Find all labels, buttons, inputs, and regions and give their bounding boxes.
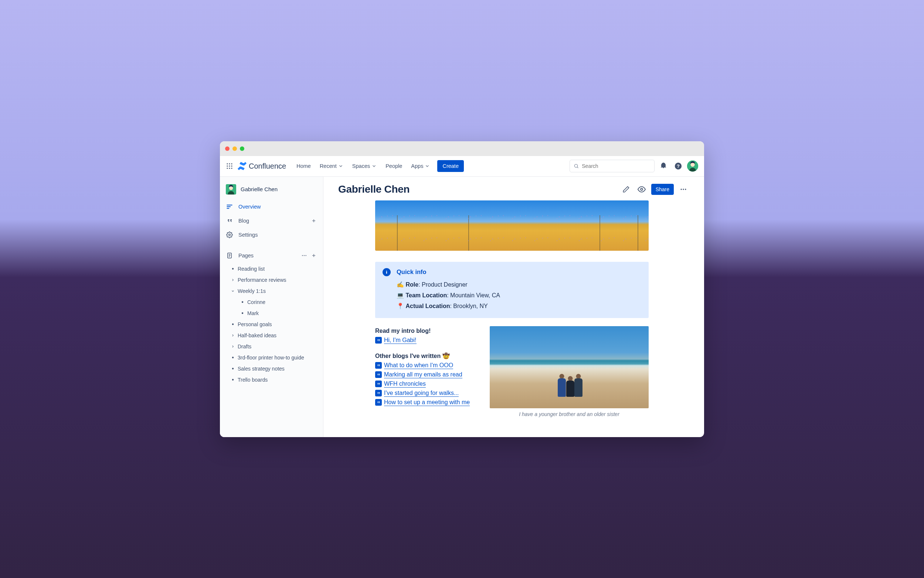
- svg-point-27: [302, 255, 303, 256]
- svg-line-10: [577, 167, 578, 168]
- blog-chip-icon: [375, 362, 382, 369]
- tree-item-weekly[interactable]: Weekly 1:1s: [220, 286, 323, 297]
- role-emoji: ✍️: [396, 281, 404, 288]
- space-avatar: [226, 184, 236, 195]
- svg-point-8: [231, 167, 232, 169]
- plus-icon: [311, 218, 316, 223]
- bell-icon: [659, 162, 667, 170]
- blog-chip-icon: [375, 337, 382, 344]
- nav-recent[interactable]: Recent: [316, 161, 347, 171]
- share-button[interactable]: Share: [651, 184, 674, 195]
- sidebar-settings-label: Settings: [238, 232, 257, 238]
- blog-link[interactable]: What to do when I'm OOO: [375, 361, 475, 370]
- tree-item-drafts[interactable]: Drafts: [220, 341, 323, 352]
- intro-blog-heading: Read my intro blog!: [375, 328, 475, 334]
- blog-chip-icon: [375, 380, 382, 387]
- watch-button[interactable]: [636, 183, 647, 195]
- window-minimize-button[interactable]: [233, 146, 237, 151]
- mac-titlebar: [220, 141, 704, 156]
- bullet-icon: •: [231, 321, 235, 327]
- space-header[interactable]: Gabrielle Chen: [220, 181, 323, 200]
- blog-link-intro[interactable]: Hi, I'm Gabi!: [375, 336, 475, 345]
- blog-link[interactable]: How to set up a meeting with me: [375, 398, 475, 407]
- eye-icon: [638, 185, 646, 193]
- sidebar-settings[interactable]: Settings: [220, 228, 323, 242]
- avatar-icon: [226, 184, 236, 195]
- gear-icon: [226, 231, 233, 239]
- nav-home[interactable]: Home: [293, 161, 314, 171]
- tree-item-reading-list[interactable]: •Reading list: [220, 263, 323, 274]
- photo-column: I have a younger brother and an older si…: [490, 326, 649, 417]
- tree-item-half-baked[interactable]: Half-baked ideas: [220, 330, 323, 341]
- chevron-down-icon: [371, 164, 377, 169]
- page-actions: Share: [620, 183, 689, 195]
- svg-point-32: [641, 188, 643, 190]
- tree-item-personal-goals[interactable]: •Personal goals: [220, 319, 323, 330]
- svg-point-9: [574, 164, 577, 167]
- page-icon: [226, 252, 233, 259]
- family-photo: [490, 326, 649, 409]
- profile-avatar[interactable]: [687, 161, 698, 172]
- other-blogs-heading: Other blogs I've written 🤠: [375, 352, 475, 359]
- edit-button[interactable]: [620, 183, 632, 195]
- bullet-icon: •: [241, 299, 244, 305]
- nav-apps[interactable]: Apps: [407, 161, 434, 171]
- quick-info-title: Quick info: [396, 268, 641, 276]
- svg-point-4: [229, 165, 230, 166]
- search-box[interactable]: [570, 160, 655, 172]
- window-close-button[interactable]: [225, 146, 230, 151]
- svg-point-35: [685, 188, 686, 190]
- chevron-right-icon: [231, 334, 235, 337]
- chevron-down-icon: [425, 164, 430, 169]
- page-more-button[interactable]: [678, 183, 689, 195]
- sidebar-pages-label: Pages: [238, 253, 254, 258]
- sidebar-blog[interactable]: Blog: [220, 214, 323, 228]
- svg-point-2: [231, 163, 232, 164]
- sidebar-pages[interactable]: Pages: [220, 248, 323, 263]
- blog-chip-icon: [375, 399, 382, 406]
- create-button[interactable]: Create: [437, 160, 464, 172]
- tree-item-trello[interactable]: •Trello boards: [220, 374, 323, 385]
- tree-item-performance-reviews[interactable]: Performance reviews: [220, 274, 323, 286]
- bullet-icon: •: [231, 355, 235, 360]
- grid-icon: [226, 163, 233, 169]
- avatar-icon: [687, 161, 698, 172]
- search-input[interactable]: [582, 163, 651, 169]
- blog-link[interactable]: I've started going for walks...: [375, 389, 475, 398]
- sidebar-overview[interactable]: Overview: [220, 200, 323, 214]
- svg-point-34: [683, 188, 684, 190]
- sidebar-overview-label: Overview: [238, 204, 261, 209]
- window-zoom-button[interactable]: [240, 146, 244, 151]
- nav-people[interactable]: People: [382, 161, 406, 171]
- tree-item-sales-strategy[interactable]: •Sales strategy notes: [220, 363, 323, 374]
- blog-chip-icon: [375, 371, 382, 378]
- actual-emoji: 📍: [396, 302, 404, 310]
- blog-link[interactable]: WFH chronicles: [375, 380, 475, 389]
- svg-rect-37: [386, 271, 387, 273]
- pages-more-button[interactable]: [300, 252, 308, 260]
- confluence-logo[interactable]: Confluence: [238, 162, 286, 170]
- tree-item-mark[interactable]: •Mark: [220, 308, 323, 319]
- pencil-icon: [622, 186, 630, 193]
- nav-spaces[interactable]: Spaces: [348, 161, 380, 171]
- svg-point-33: [681, 188, 682, 190]
- svg-point-1: [229, 163, 230, 164]
- app-switcher-button[interactable]: [224, 161, 235, 171]
- more-icon: [301, 253, 307, 258]
- tree-item-printer[interactable]: •3rd-floor printer how-to guide: [220, 352, 323, 363]
- blog-link[interactable]: Marking all my emails as read: [375, 370, 475, 380]
- svg-point-7: [229, 167, 230, 169]
- tree-item-corinne[interactable]: •Corinne: [220, 297, 323, 308]
- confluence-icon: [238, 162, 246, 170]
- blogs-column: Read my intro blog! Hi, I'm Gabi! Other …: [375, 326, 475, 417]
- quick-info-panel: Quick info ✍️ Role: Product Designer 💻 T…: [375, 262, 649, 318]
- svg-point-28: [304, 255, 305, 256]
- page-main: Gabrielle Chen Share: [324, 177, 704, 437]
- help-icon: ?: [674, 162, 682, 170]
- team-emoji: 💻: [396, 292, 404, 299]
- help-button[interactable]: ?: [672, 160, 684, 172]
- notifications-button[interactable]: [657, 160, 669, 172]
- add-page-button[interactable]: [310, 252, 318, 260]
- add-blog-button[interactable]: [310, 217, 318, 225]
- photo-caption: I have a younger brother and an older si…: [490, 411, 649, 417]
